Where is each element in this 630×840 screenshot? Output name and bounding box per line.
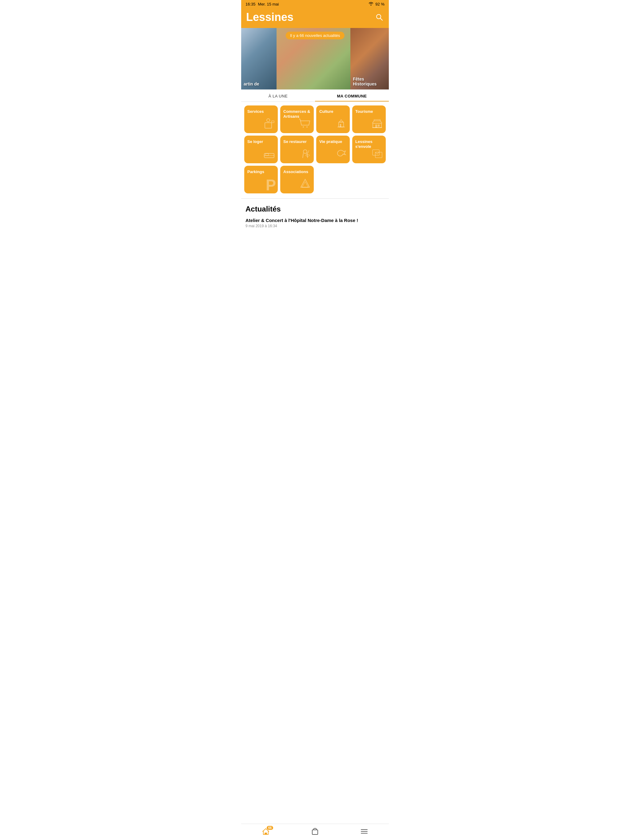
tab-ma-commune[interactable]: MA COMMUNE — [315, 90, 389, 101]
status-left: 16:35 Mer. 15 mai — [245, 2, 279, 6]
svg-point-5 — [303, 126, 304, 128]
associations-icon — [299, 177, 311, 191]
svg-rect-8 — [340, 124, 341, 127]
svg-point-3 — [267, 119, 270, 122]
parkings-icon: P — [266, 177, 276, 193]
grid-item-tourisme[interactable]: Tourisme — [352, 106, 386, 133]
se-restaurer-icon — [299, 147, 311, 161]
header: Lessines — [241, 8, 389, 28]
services-icon — [263, 117, 275, 131]
svg-rect-16 — [266, 153, 269, 156]
tab-a-la-une[interactable]: À LA UNE — [241, 90, 315, 101]
vie-pratique-icon — [335, 147, 347, 161]
grid-item-services[interactable]: Services — [244, 106, 278, 133]
grid-item-parkings[interactable]: Parkings P — [244, 166, 278, 193]
svg-point-6 — [306, 126, 308, 128]
page-title: Lessines — [246, 11, 293, 24]
grid-item-vie-pratique[interactable]: Vie pratique — [316, 136, 350, 163]
carousel: Il y a 66 nouvelles actualités artin de … — [241, 28, 389, 90]
grid-item-commerces[interactable]: Commerces & Artisans — [280, 106, 314, 133]
tourisme-icon — [371, 117, 383, 131]
grid-item-se-restaurer[interactable]: Se restaurer — [280, 136, 314, 163]
grid-item-culture[interactable]: Culture — [316, 106, 350, 133]
svg-point-17 — [303, 150, 307, 153]
status-right: 92 % — [369, 2, 385, 6]
carousel-item-1[interactable]: artin de — [241, 28, 277, 90]
lessines-envole-icon — [371, 147, 383, 161]
carousel-label-1: artin de — [244, 82, 259, 87]
actualites-title: Actualités — [245, 205, 385, 213]
date: Mer. 15 mai — [258, 2, 279, 6]
grid-item-lessines-envole[interactable]: Lessines s'envole — [352, 136, 386, 163]
svg-rect-13 — [378, 125, 380, 127]
time: 16:35 — [245, 2, 256, 6]
grid-item-se-loger[interactable]: Se loger — [244, 136, 278, 163]
section-separator — [241, 198, 389, 199]
svg-marker-22 — [302, 182, 308, 187]
carousel-item-3[interactable]: Fêtes Historiques — [350, 28, 389, 90]
carousel-label-3: Fêtes Historiques — [353, 77, 389, 87]
tabs: À LA UNE MA COMMUNE — [241, 90, 389, 102]
se-loger-icon — [263, 147, 275, 161]
svg-line-1 — [380, 19, 383, 21]
svg-marker-21 — [301, 179, 309, 187]
carousel-badge: Il y a 66 nouvelles actualités — [286, 32, 345, 39]
category-grid: Services Commerces & Artisans Culture — [241, 102, 389, 197]
culture-icon — [335, 117, 347, 131]
wifi-icon — [369, 2, 374, 6]
svg-rect-12 — [375, 125, 377, 128]
grid-item-associations[interactable]: Associations — [280, 166, 314, 193]
search-button[interactable] — [375, 13, 384, 24]
news-title-0: Atelier & Concert à l'Hôpital Notre-Dame… — [245, 218, 385, 223]
commerces-icon — [299, 117, 311, 131]
svg-rect-2 — [265, 123, 272, 128]
status-bar: 16:35 Mer. 15 mai 92 % — [241, 0, 389, 8]
svg-rect-4 — [272, 121, 274, 123]
news-item-0[interactable]: Atelier & Concert à l'Hôpital Notre-Dame… — [245, 218, 385, 228]
news-date-0: 9 mai 2019 à 16:34 — [245, 224, 385, 228]
battery-text: 92 % — [375, 2, 385, 6]
actualites-section: Actualités Atelier & Concert à l'Hôpital… — [241, 200, 389, 235]
